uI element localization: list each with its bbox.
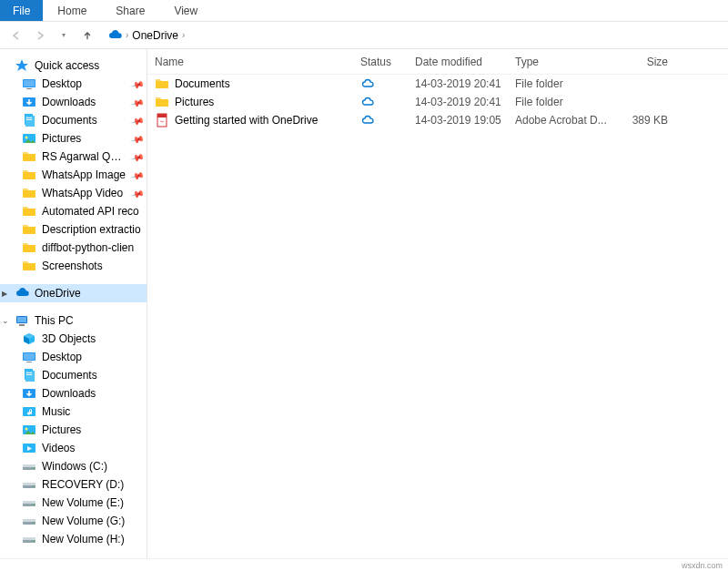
column-date[interactable]: Date modified — [415, 56, 515, 68]
quick-access-icon — [15, 58, 29, 73]
file-type: File folder — [515, 96, 613, 108]
music-icon — [22, 404, 36, 419]
folder-icon — [22, 168, 36, 182]
folder-icon — [22, 204, 36, 219]
tab-view[interactable]: View — [159, 0, 212, 21]
sidebar-item[interactable]: Downloads📌 — [0, 93, 147, 111]
sidebar-item-label: Videos — [42, 442, 75, 454]
pin-icon: 📌 — [130, 186, 145, 200]
cloud-status-icon — [360, 113, 375, 127]
file-name: Pictures — [175, 96, 214, 108]
sidebar-item-label: Screenshots — [42, 260, 103, 272]
pictures-icon — [22, 423, 36, 437]
sidebar-item-label: Downloads — [42, 387, 96, 400]
file-row[interactable]: Getting started with OneDrive14-03-2019 … — [147, 111, 728, 129]
pin-icon: 📌 — [130, 149, 145, 164]
downloads-icon — [22, 95, 36, 109]
tab-share[interactable]: Share — [101, 0, 159, 21]
sidebar-item[interactable]: Videos — [0, 439, 147, 457]
sidebar-item-label: Description extractio — [42, 223, 141, 236]
collapse-icon[interactable]: ⌄ — [2, 316, 9, 325]
sidebar-item-label: Documents — [42, 114, 97, 127]
pin-icon: 📌 — [130, 113, 145, 127]
sidebar-item[interactable]: New Volume (E:) — [0, 494, 147, 512]
sidebar-onedrive[interactable]: ▶ OneDrive — [0, 284, 147, 302]
sidebar-item[interactable]: New Volume (G:) — [0, 512, 147, 530]
back-button[interactable] — [7, 26, 25, 45]
file-row[interactable]: Pictures14-03-2019 20:41File folder — [147, 93, 728, 111]
sidebar-item[interactable]: Documents📌 — [0, 111, 147, 129]
drive-icon — [22, 495, 36, 510]
pdf-icon — [155, 113, 169, 127]
breadcrumb-location: OneDrive — [132, 29, 178, 42]
file-type: Adobe Acrobat D... — [515, 114, 613, 127]
sidebar-item-label: WhatsApp Image — [42, 168, 126, 181]
sidebar-item-label: New Volume (E:) — [42, 496, 124, 509]
sidebar-item-label: WhatsApp Video — [42, 187, 123, 199]
sidebar-item[interactable]: Documents — [0, 366, 147, 384]
sidebar-this-pc[interactable]: ⌄ This PC — [0, 311, 147, 330]
drive-icon — [22, 514, 36, 528]
documents-icon — [22, 368, 36, 382]
sidebar-item-label: Pictures — [42, 423, 81, 436]
sidebar-item-label: 3D Objects — [42, 332, 96, 345]
column-status[interactable]: Status — [360, 56, 415, 68]
3dobjects-icon — [22, 331, 36, 346]
up-button[interactable] — [78, 26, 96, 45]
sidebar-item-label: Pictures — [42, 132, 81, 145]
sidebar-item[interactable]: Music — [0, 403, 147, 421]
sidebar-item[interactable]: Windows (C:) — [0, 457, 147, 475]
sidebar-item[interactable]: diffbot-python-clien — [0, 239, 147, 257]
address-bar[interactable]: › OneDrive › — [102, 26, 721, 45]
sidebar-item[interactable]: Automated API reco — [0, 202, 147, 220]
navigation-pane: Quick access Desktop📌Downloads📌Documents… — [0, 49, 147, 558]
sidebar-item[interactable]: New Volume (H:) — [0, 530, 147, 548]
sidebar-quick-access[interactable]: Quick access — [0, 56, 147, 75]
chevron-right-icon: › — [126, 30, 128, 40]
sidebar-item[interactable]: Screenshots — [0, 257, 147, 275]
sidebar-item[interactable]: Pictures📌 — [0, 129, 147, 148]
recent-dropdown-icon[interactable]: ▾ — [55, 26, 73, 45]
pin-icon: 📌 — [130, 168, 145, 182]
this-pc-icon — [15, 313, 29, 328]
sidebar-item[interactable]: WhatsApp Image📌 — [0, 166, 147, 184]
cloud-status-icon — [360, 76, 375, 91]
sidebar-item[interactable]: Description extractio — [0, 220, 147, 239]
sidebar-item-label: diffbot-python-clien — [42, 241, 134, 254]
sidebar-item-label: RECOVERY (D:) — [42, 478, 124, 491]
file-name: Documents — [175, 77, 230, 90]
pin-icon: 📌 — [130, 76, 145, 91]
column-size[interactable]: Size — [613, 56, 668, 68]
drive-icon — [22, 477, 36, 492]
tab-file[interactable]: File — [0, 0, 43, 21]
sidebar-item-label: New Volume (G:) — [42, 515, 125, 527]
sidebar-item-label: Desktop — [42, 77, 82, 90]
sidebar-item[interactable]: Desktop📌 — [0, 75, 147, 93]
forward-button[interactable] — [31, 26, 49, 45]
drive-icon — [22, 532, 36, 546]
cloud-status-icon — [360, 95, 375, 109]
videos-icon — [22, 441, 36, 455]
sidebar-item-label: Documents — [42, 369, 97, 382]
file-row[interactable]: Documents14-03-2019 20:41File folder — [147, 75, 728, 93]
file-name: Getting started with OneDrive — [175, 114, 318, 127]
column-type[interactable]: Type — [515, 56, 613, 68]
expand-icon[interactable]: ▶ — [2, 290, 9, 298]
sidebar-item[interactable]: Downloads — [0, 384, 147, 403]
column-name[interactable]: Name — [155, 56, 360, 68]
sidebar-item[interactable]: Pictures — [0, 421, 147, 439]
folder-icon — [22, 149, 36, 164]
tab-home[interactable]: Home — [43, 0, 101, 21]
navigation-bar: ▾ › OneDrive › — [0, 22, 728, 49]
folder-icon — [155, 95, 169, 109]
sidebar-item[interactable]: RS Agarwal Quan📌 — [0, 148, 147, 166]
sidebar-item[interactable]: WhatsApp Video📌 — [0, 184, 147, 202]
sidebar-item[interactable]: RECOVERY (D:) — [0, 475, 147, 494]
sidebar-item[interactable]: 3D Objects — [0, 330, 147, 348]
sidebar-item-label: Automated API reco — [42, 205, 139, 218]
desktop-icon — [22, 350, 36, 364]
sidebar-item-label: Windows (C:) — [42, 460, 107, 473]
desktop-icon — [22, 76, 36, 91]
sidebar-item[interactable]: Desktop — [0, 348, 147, 366]
file-date: 14-03-2019 20:41 — [415, 96, 515, 108]
